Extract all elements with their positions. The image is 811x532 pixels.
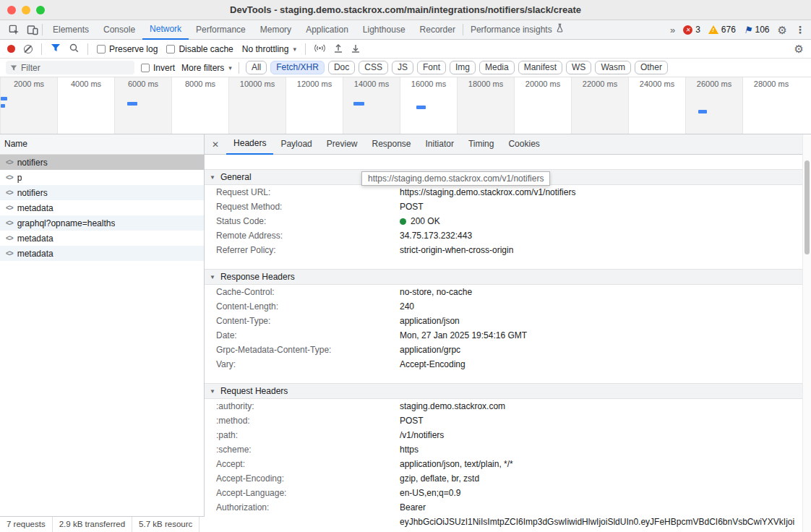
filter-pill-js[interactable]: JS (392, 61, 413, 74)
network-conditions-icon[interactable] (314, 43, 325, 55)
filter-pill-ws[interactable]: WS (566, 61, 591, 74)
section-header[interactable]: ▼Request Headers (205, 383, 802, 399)
tab-application[interactable]: Application (299, 20, 356, 40)
throttling-dropdown[interactable]: No throttling ▾ (242, 44, 296, 54)
minimize-window-button[interactable] (22, 6, 30, 14)
settings-gear-icon[interactable]: ⚙ (778, 25, 787, 35)
timeline-label: 14000 ms (343, 80, 400, 88)
tab-label: Memory (260, 20, 291, 39)
kebab-menu-icon[interactable]: ⋮ (795, 24, 805, 35)
import-har-icon[interactable] (334, 43, 343, 55)
filter-pill-wasm[interactable]: Wasm (595, 61, 631, 74)
search-icon[interactable] (69, 43, 79, 55)
header-value-text: POST (400, 416, 424, 426)
header-row: :scheme:https (205, 442, 802, 457)
funnel-icon (10, 64, 17, 72)
device-toolbar-icon[interactable] (23, 21, 42, 38)
filter-pill-fetch-xhr[interactable]: Fetch/XHR (270, 61, 325, 74)
section-header[interactable]: ▼Response Headers (205, 269, 802, 285)
tab-memory[interactable]: Memory (253, 20, 299, 40)
xhr-request-icon: <> (6, 249, 13, 257)
invert-label: Invert (153, 63, 175, 73)
header-value-text: 34.75.173.232:443 (400, 231, 472, 241)
tab-lighthouse[interactable]: Lighthouse (356, 20, 413, 40)
filter-funnel-icon[interactable] (51, 43, 61, 54)
filter-pill-img[interactable]: Img (450, 61, 476, 74)
filter-pill-css[interactable]: CSS (359, 61, 388, 74)
tab-console[interactable]: Console (96, 20, 142, 40)
warnings-count-label: 676 (721, 25, 736, 35)
zoom-window-button[interactable] (36, 6, 45, 14)
timeline-label: 16000 ms (400, 80, 457, 88)
request-row[interactable]: <>notifiers (0, 155, 204, 170)
tab-elements[interactable]: Elements (46, 20, 96, 40)
request-row[interactable]: <>notifiers (0, 185, 204, 200)
xhr-request-icon: <> (6, 204, 13, 212)
checkbox-icon[interactable] (141, 64, 150, 72)
filter-input[interactable] (21, 63, 130, 73)
tab-recorder[interactable]: Recorder (413, 20, 463, 40)
console-errors-count[interactable]: ✕ 3 (683, 25, 700, 35)
header-name: :scheme: (216, 442, 400, 457)
filter-pill-other[interactable]: Other (635, 61, 668, 74)
inspect-element-icon[interactable] (4, 21, 23, 38)
header-value-text: staging.demo.stackrox.com (400, 401, 505, 411)
request-row[interactable]: <>metadata (0, 231, 204, 246)
filter-pill-manifest[interactable]: Manifest (518, 61, 562, 74)
header-value: POST (400, 200, 802, 214)
more-filters-dropdown[interactable]: More filters ▾ (181, 63, 232, 73)
timeline-column: 12000 ms (286, 77, 343, 134)
header-row: Referrer Policy:strict-origin-when-cross… (205, 243, 802, 257)
request-row[interactable]: <>p (0, 170, 204, 185)
header-value: strict-origin-when-cross-origin (400, 243, 802, 257)
tab-performance-insights[interactable]: Performance insights (463, 20, 571, 40)
timeline-column: 16000 ms (400, 77, 457, 134)
details-tab-cookies[interactable]: Cookies (501, 134, 546, 155)
scrollbar-thumb[interactable] (804, 160, 810, 254)
filter-pill-all[interactable]: All (246, 61, 267, 74)
header-value: en-US,en;q=0.9 (400, 486, 802, 500)
tab-label: Recorder (420, 20, 455, 39)
filter-pill-font[interactable]: Font (417, 61, 446, 74)
request-row[interactable]: <>metadata (0, 246, 204, 261)
console-warnings-count[interactable]: 676 (708, 25, 736, 35)
timeline-label: 18000 ms (458, 80, 514, 88)
issues-flag-icon: ⚑ (744, 25, 752, 35)
experiment-flask-icon (556, 20, 564, 39)
disable-cache-checkbox[interactable]: Disable cache (166, 44, 233, 54)
network-settings-gear-icon[interactable]: ⚙ (794, 43, 804, 54)
clear-network-log-icon[interactable] (24, 45, 33, 53)
vertical-scrollbar[interactable] (802, 134, 811, 532)
tab-performance[interactable]: Performance (189, 20, 253, 40)
details-tab-initiator[interactable]: Initiator (419, 134, 461, 155)
request-name: metadata (17, 249, 53, 259)
network-overview-timeline[interactable]: 2000 ms4000 ms6000 ms8000 ms10000 ms1200… (0, 77, 811, 134)
request-type-pills: AllFetch/XHRDocCSSJSFontImgMediaManifest… (246, 61, 668, 74)
checkbox-icon[interactable] (166, 45, 175, 53)
preserve-log-checkbox[interactable]: Preserve log (97, 44, 158, 54)
issues-count[interactable]: ⚑ 106 (744, 25, 770, 35)
details-tab-response[interactable]: Response (364, 134, 418, 155)
close-window-button[interactable] (7, 6, 16, 14)
filter-pill-media[interactable]: Media (479, 61, 515, 74)
disclosure-triangle-icon: ▼ (210, 174, 215, 181)
details-tab-payload[interactable]: Payload (273, 134, 319, 155)
details-tab-headers[interactable]: Headers (226, 134, 273, 155)
request-row[interactable]: <>graphql?opname=healths (0, 215, 204, 231)
details-tab-timing[interactable]: Timing (461, 134, 502, 155)
close-icon[interactable]: ✕ (205, 140, 226, 150)
timeline-label: 10000 ms (229, 80, 286, 88)
name-column-header[interactable]: Name (0, 134, 204, 155)
tab-label: Application (306, 20, 348, 39)
filter-pill-doc[interactable]: Doc (328, 61, 355, 74)
request-row[interactable]: <>metadata (0, 200, 204, 215)
invert-checkbox[interactable]: Invert (141, 63, 175, 73)
details-tab-preview[interactable]: Preview (319, 134, 365, 155)
checkbox-icon[interactable] (97, 45, 106, 53)
tab-network[interactable]: Network (142, 20, 189, 40)
section-title: General (220, 172, 252, 182)
more-tabs-icon[interactable]: » (670, 25, 675, 35)
filter-input-box[interactable] (6, 61, 134, 74)
record-network-log-button[interactable] (7, 45, 15, 53)
export-har-icon[interactable] (351, 43, 360, 55)
